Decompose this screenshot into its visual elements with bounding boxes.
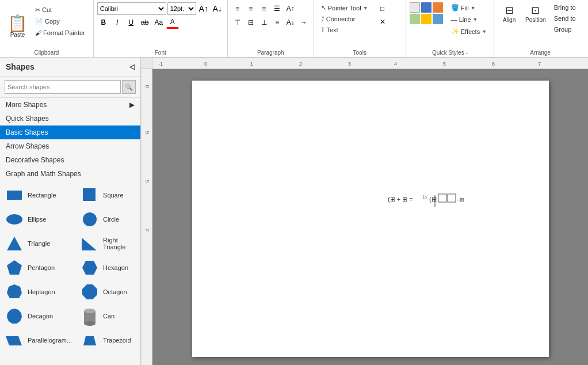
canvas-container: 8 6 5 4 (⊞ + ⊞ = ▷ (⊞ bbox=[141, 69, 588, 365]
line-button[interactable]: — Line ▼ bbox=[448, 14, 490, 25]
svg-text:(⊞: (⊞ bbox=[429, 196, 437, 203]
sidebar-item-quick-shapes[interactable]: Quick Shapes bbox=[0, 112, 140, 126]
decrease-indent-button[interactable]: A↓ bbox=[284, 16, 297, 29]
svg-text:6: 6 bbox=[492, 61, 495, 67]
fill-icon: 🪣 bbox=[451, 4, 459, 12]
fill-button[interactable]: 🪣 Fill ▼ bbox=[448, 2, 490, 13]
list-item[interactable]: Hexagon bbox=[78, 257, 138, 279]
indent-button[interactable]: → bbox=[297, 16, 310, 29]
svg-rect-0 bbox=[7, 191, 22, 200]
list-item[interactable]: Circle bbox=[78, 208, 138, 230]
sidebar-item-arrow-shapes[interactable]: Arrow Shapes bbox=[0, 139, 140, 153]
arrange-group: ⊟ Align ⊡ Position Bring to Send to Grou bbox=[494, 0, 586, 57]
align-right-button[interactable]: ≡ bbox=[258, 2, 270, 15]
position-button[interactable]: ⊡ Position bbox=[522, 2, 549, 25]
svg-text:7: 7 bbox=[538, 61, 541, 67]
justify-button[interactable]: ≡ bbox=[271, 16, 284, 29]
svg-marker-9 bbox=[82, 284, 97, 299]
increase-indent-button[interactable]: A↑ bbox=[284, 2, 297, 15]
list-item[interactable]: Ellipse bbox=[2, 208, 75, 230]
sidebar-item-basic-shapes[interactable]: Basic Shapes bbox=[0, 126, 140, 139]
canvas[interactable]: (⊞ + ⊞ = ▷ (⊞ –⊞ bbox=[152, 69, 588, 365]
position-icon: ⊡ bbox=[531, 4, 540, 17]
square-icon bbox=[81, 187, 98, 204]
list-item[interactable]: Pentagon bbox=[2, 257, 75, 279]
list-item[interactable]: Can bbox=[78, 305, 138, 327]
align-middle-button[interactable]: ⊟ bbox=[245, 16, 257, 29]
collapse-button[interactable]: ◁ bbox=[129, 63, 135, 71]
shapes-title: Shapes ◁ bbox=[0, 58, 140, 77]
font-size-select[interactable]: 12pt. bbox=[167, 2, 196, 15]
paragraph-label: Paragraph bbox=[228, 50, 314, 56]
svg-text:3: 3 bbox=[348, 61, 351, 67]
hexagon-icon bbox=[81, 259, 98, 276]
svg-rect-34 bbox=[438, 194, 446, 202]
bring-to-button[interactable]: Bring to bbox=[551, 2, 579, 13]
ribbon: 📋 Paste ✂ Cut 📄 Copy 🖌 Format Painter Cl… bbox=[0, 0, 588, 58]
shape-select-button[interactable]: □ bbox=[376, 2, 389, 15]
list-item[interactable]: Trapezoid bbox=[78, 329, 138, 351]
search-button[interactable]: 🔍 bbox=[122, 80, 136, 94]
list-item[interactable]: Square bbox=[78, 184, 138, 206]
quick-styles-grid[interactable] bbox=[410, 2, 443, 24]
clipboard-group: 📋 Paste ✂ Cut 📄 Copy 🖌 Format Painter Cl… bbox=[0, 0, 94, 57]
svg-marker-15 bbox=[83, 336, 96, 345]
sidebar-item-more-shapes[interactable]: More Shapes ▶ bbox=[0, 98, 140, 112]
vertical-ruler: 8 6 5 4 bbox=[141, 69, 152, 365]
svg-text:1: 1 bbox=[250, 61, 253, 67]
decrease-font-button[interactable]: A↓ bbox=[211, 2, 224, 15]
underline-button[interactable]: U bbox=[125, 16, 138, 29]
list-item[interactable]: Heptagon bbox=[2, 281, 75, 303]
send-to-button[interactable]: Send to bbox=[551, 13, 579, 24]
svg-point-2 bbox=[6, 214, 22, 225]
sidebar-item-graph-math-shapes[interactable]: Graph and Math Shapes bbox=[0, 167, 140, 181]
align-bottom-button[interactable]: ⊥ bbox=[258, 16, 270, 29]
align-button[interactable]: ⊟ Align bbox=[498, 2, 521, 25]
connector-button[interactable]: ⤴ Connector bbox=[318, 14, 372, 24]
strikethrough-button[interactable]: ab bbox=[139, 16, 151, 29]
search-input[interactable] bbox=[5, 80, 121, 94]
list-item[interactable]: Rectangle bbox=[2, 184, 75, 206]
svg-text:8: 8 bbox=[144, 85, 150, 88]
list-item[interactable]: Parallelogram... bbox=[2, 329, 75, 351]
copy-button[interactable]: 📄 Copy bbox=[32, 16, 89, 27]
list-item[interactable]: Triangle bbox=[2, 233, 75, 254]
content-area: -1 0 1 2 3 4 5 6 7 8 6 5 bbox=[141, 58, 588, 365]
increase-font-button[interactable]: A↑ bbox=[197, 2, 210, 15]
text-button[interactable]: T Text bbox=[318, 25, 372, 35]
font-family-select[interactable]: Calibri bbox=[97, 2, 166, 15]
cut-button[interactable]: ✂ Cut bbox=[32, 5, 89, 16]
list-item[interactable]: Right Triangle bbox=[78, 233, 138, 254]
align-top-button[interactable]: ⊤ bbox=[231, 16, 244, 29]
line-icon: — bbox=[451, 16, 457, 23]
list-item[interactable]: Octagon bbox=[78, 281, 138, 303]
font-size-aa-button[interactable]: Aa bbox=[152, 16, 165, 29]
align-left-button[interactable]: ≡ bbox=[231, 2, 244, 15]
ruler-h-content: -1 0 1 2 3 4 5 6 7 bbox=[152, 58, 588, 69]
group-button[interactable]: Group bbox=[551, 24, 579, 35]
font-color-button[interactable]: A bbox=[166, 16, 179, 29]
svg-rect-1 bbox=[83, 188, 96, 201]
pointer-dropdown[interactable]: ▼ bbox=[363, 5, 368, 11]
ellipse-icon bbox=[6, 211, 23, 228]
right-triangle-icon bbox=[81, 235, 98, 252]
paste-button[interactable]: 📋 Paste bbox=[5, 2, 30, 40]
list-item[interactable]: Decagon bbox=[2, 305, 75, 327]
font-label: Font bbox=[94, 50, 227, 56]
format-painter-button[interactable]: 🖌 Format Painter bbox=[32, 28, 89, 38]
bold-button[interactable]: B bbox=[97, 16, 110, 29]
effects-button[interactable]: ✨ Effects ▼ bbox=[448, 26, 490, 37]
page: (⊞ + ⊞ = ▷ (⊞ –⊞ bbox=[192, 81, 549, 357]
octagon-icon bbox=[81, 283, 98, 301]
align-center-button[interactable]: ≡ bbox=[245, 2, 257, 15]
shape-styles-group: 🪣 Fill ▼ — Line ▼ ✨ Effects ▼ Quick Styl… bbox=[406, 0, 494, 57]
x-button[interactable]: ✕ bbox=[376, 16, 389, 28]
bullet-list-button[interactable]: ☰ bbox=[271, 2, 284, 15]
sidebar-item-decorative-shapes[interactable]: Decorative Shapes bbox=[0, 153, 140, 167]
svg-marker-6 bbox=[7, 260, 22, 275]
shapes-panel: Shapes ◁ 🔍 More Shapes ▶ Quick Shapes Ba… bbox=[0, 58, 141, 365]
svg-text:6: 6 bbox=[144, 131, 150, 134]
pointer-tool-button[interactable]: ↖ Pointer Tool ▼ bbox=[318, 2, 372, 13]
cut-icon: ✂ bbox=[35, 6, 40, 14]
italic-button[interactable]: I bbox=[111, 16, 124, 29]
